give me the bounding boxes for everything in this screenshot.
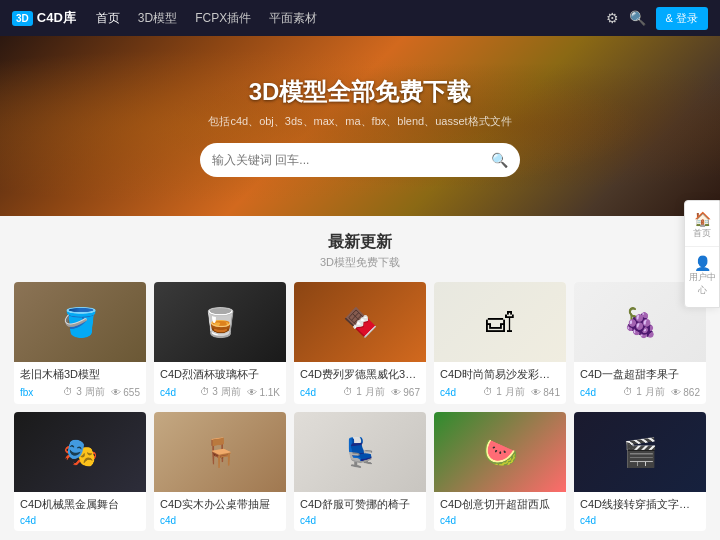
main-nav: 首页 3D模型 FCPX插件 平面素材: [96, 10, 606, 27]
hero-title: 3D模型全部免费下载: [249, 76, 472, 108]
card-meta: c4d: [580, 515, 700, 526]
card-meta: c4d ⏱ 1 月前 👁 862: [580, 385, 700, 399]
login-button[interactable]: & 登录: [656, 7, 708, 30]
card-info: C4D时尚简易沙发彩色靠枕 c4d ⏱ 1 月前 👁 841: [434, 362, 566, 404]
card-thumb-inner: 🎭: [14, 412, 146, 492]
search-button[interactable]: 🔍: [491, 152, 508, 168]
card-title: C4D舒服可赞挪的椅子: [300, 497, 420, 512]
card-meta: c4d ⏱ 3 周前 👁 1.1K: [160, 385, 280, 399]
card-thumb-inner: 🪑: [154, 412, 286, 492]
card-views: 👁 655: [111, 385, 140, 399]
card-info: 老旧木桶3D模型 fbx ⏱ 3 周前 👁 655: [14, 362, 146, 404]
card-views: 👁 862: [671, 385, 700, 399]
sidebar-home-label: 首页: [685, 227, 719, 240]
card-tag: c4d: [160, 387, 176, 398]
card-views: 👁 841: [531, 385, 560, 399]
card-title: C4D烈酒杯玻璃杯子: [160, 367, 280, 382]
user-icon: 👤: [685, 255, 719, 271]
card-title: C4D一盘超甜李果子: [580, 367, 700, 382]
card-tag: c4d: [580, 387, 596, 398]
card-meta: c4d: [440, 515, 560, 526]
hero-subtitle: 包括c4d、obj、3ds、max、ma、fbx、blend、uasset格式文…: [208, 114, 511, 129]
logo-text: C4D库: [37, 9, 76, 27]
gear-icon[interactable]: ⚙: [606, 10, 619, 26]
card-tag: c4d: [300, 387, 316, 398]
card-grid: 🪣 老旧木桶3D模型 fbx ⏱ 3 周前 👁 655 🥃 C4D烈酒杯玻璃杯子: [14, 282, 706, 531]
logo[interactable]: 3D C4D库: [12, 9, 76, 27]
card-thumb-inner: 🛋: [434, 282, 566, 362]
search-icon[interactable]: 🔍: [629, 10, 646, 26]
nav-item-home[interactable]: 首页: [96, 10, 120, 27]
card-meta: c4d ⏱ 1 月前 👁 967: [300, 385, 420, 399]
card-tag: c4d: [580, 515, 596, 526]
card-thumb-inner: 🍉: [434, 412, 566, 492]
card-tag: c4d: [160, 515, 176, 526]
card-item[interactable]: 🎬 C4D线接转穿插文字动画 c4d: [574, 412, 706, 531]
sidebar-float-home[interactable]: 🏠 首页: [685, 205, 719, 247]
card-info: C4D烈酒杯玻璃杯子 c4d ⏱ 3 周前 👁 1.1K: [154, 362, 286, 404]
card-thumbnail: 🍉: [434, 412, 566, 492]
card-item[interactable]: 🎭 C4D机械黑金属舞台 c4d: [14, 412, 146, 531]
sidebar-float: 🏠 首页 👤 用户中心: [684, 200, 720, 308]
card-thumbnail: 🥃: [154, 282, 286, 362]
card-title: C4D机械黑金属舞台: [20, 497, 140, 512]
card-item[interactable]: 🍉 C4D创意切开超甜西瓜 c4d: [434, 412, 566, 531]
card-item[interactable]: 🥃 C4D烈酒杯玻璃杯子 c4d ⏱ 3 周前 👁 1.1K: [154, 282, 286, 404]
card-info: C4D一盘超甜李果子 c4d ⏱ 1 月前 👁 862: [574, 362, 706, 404]
card-item[interactable]: 🛋 C4D时尚简易沙发彩色靠枕 c4d ⏱ 1 月前 👁 841: [434, 282, 566, 404]
card-thumbnail: 🎬: [574, 412, 706, 492]
card-info: C4D舒服可赞挪的椅子 c4d: [294, 492, 426, 531]
card-title: C4D费列罗德黑威化3D巧克力: [300, 367, 420, 382]
logo-icon: 3D: [12, 11, 33, 26]
card-thumb-inner: 🍫: [294, 282, 426, 362]
card-title: C4D实木办公桌带抽屉: [160, 497, 280, 512]
search-bar: 🔍: [200, 143, 520, 177]
card-thumbnail: 🍫: [294, 282, 426, 362]
main-section: 最新更新 3D模型免费下载 🪣 老旧木桶3D模型 fbx ⏱ 3 周前 👁 65…: [0, 216, 720, 540]
header: 3D C4D库 首页 3D模型 FCPX插件 平面素材 ⚙ 🔍 & 登录: [0, 0, 720, 36]
card-meta: c4d ⏱ 1 月前 👁 841: [440, 385, 560, 399]
card-thumbnail: 🎭: [14, 412, 146, 492]
card-info: C4D线接转穿插文字动画 c4d: [574, 492, 706, 531]
card-item[interactable]: 💺 C4D舒服可赞挪的椅子 c4d: [294, 412, 426, 531]
card-time: ⏱ 1 月前: [623, 385, 664, 399]
card-tag: c4d: [440, 387, 456, 398]
card-stats: ⏱ 3 周前 👁 655: [63, 385, 140, 399]
search-input[interactable]: [212, 153, 491, 167]
card-title: C4D时尚简易沙发彩色靠枕: [440, 367, 560, 382]
nav-item-3d[interactable]: 3D模型: [138, 10, 177, 27]
hero-section: 3D模型全部免费下载 包括c4d、obj、3ds、max、ma、fbx、blen…: [0, 36, 720, 216]
card-meta: fbx ⏱ 3 周前 👁 655: [20, 385, 140, 399]
card-item[interactable]: 🪣 老旧木桶3D模型 fbx ⏱ 3 周前 👁 655: [14, 282, 146, 404]
card-thumb-inner: 🪣: [14, 282, 146, 362]
card-thumbnail: 🪑: [154, 412, 286, 492]
card-tag: c4d: [440, 515, 456, 526]
section-subtitle: 3D模型免费下载: [14, 255, 706, 270]
card-stats: ⏱ 1 月前 👁 967: [343, 385, 420, 399]
sidebar-float-user[interactable]: 👤 用户中心: [685, 249, 719, 303]
card-title: C4D线接转穿插文字动画: [580, 497, 700, 512]
card-item[interactable]: 🪑 C4D实木办公桌带抽屉 c4d: [154, 412, 286, 531]
card-info: C4D创意切开超甜西瓜 c4d: [434, 492, 566, 531]
sidebar-user-label: 用户中心: [685, 271, 719, 297]
card-views: 👁 1.1K: [247, 385, 280, 399]
card-time: ⏱ 1 月前: [483, 385, 524, 399]
card-item[interactable]: 🍫 C4D费列罗德黑威化3D巧克力 c4d ⏱ 1 月前 👁 967: [294, 282, 426, 404]
home-icon: 🏠: [685, 211, 719, 227]
card-info: C4D机械黑金属舞台 c4d: [14, 492, 146, 531]
card-views: 👁 967: [391, 385, 420, 399]
nav-item-flat[interactable]: 平面素材: [269, 10, 317, 27]
card-thumbnail: 🛋: [434, 282, 566, 362]
card-info: C4D实木办公桌带抽屉 c4d: [154, 492, 286, 531]
card-tag: fbx: [20, 387, 33, 398]
card-thumbnail: 🪣: [14, 282, 146, 362]
section-header: 最新更新 3D模型免费下载: [14, 232, 706, 270]
card-tag: c4d: [300, 515, 316, 526]
card-meta: c4d: [300, 515, 420, 526]
card-thumbnail: 💺: [294, 412, 426, 492]
card-title: 老旧木桶3D模型: [20, 367, 140, 382]
card-stats: ⏱ 1 月前 👁 841: [483, 385, 560, 399]
card-thumb-inner: 💺: [294, 412, 426, 492]
nav-item-fcpx[interactable]: FCPX插件: [195, 10, 251, 27]
card-stats: ⏱ 1 月前 👁 862: [623, 385, 700, 399]
